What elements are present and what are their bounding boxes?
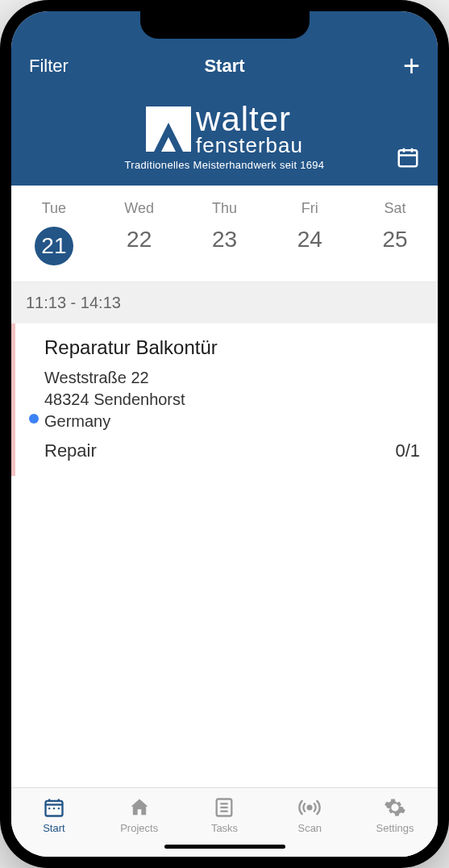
scan-icon <box>297 796 322 819</box>
appointment-progress: 0/1 <box>395 440 420 461</box>
date-strip: Tue 21 Wed 22 Thu 23 Fri 24 Sat 25 <box>11 186 438 282</box>
appointment-type: Repair <box>44 440 97 461</box>
logo-primary-text: walter <box>196 103 303 136</box>
add-button[interactable]: + <box>403 52 420 81</box>
tab-scan[interactable]: Scan <box>267 796 352 834</box>
calendar-button[interactable] <box>396 145 420 173</box>
status-dot-icon <box>29 414 39 424</box>
checklist-icon <box>212 796 236 819</box>
filter-button[interactable]: Filter <box>29 56 69 77</box>
date-day-label: Sat <box>352 200 438 217</box>
tab-label: Projects <box>97 822 182 834</box>
calendar-icon <box>396 145 420 169</box>
date-number: 22 <box>97 227 182 252</box>
svg-rect-0 <box>399 150 418 166</box>
tab-label: Tasks <box>182 822 268 834</box>
date-cell[interactable]: Wed 22 <box>97 200 182 265</box>
appointment-card[interactable]: Reparatur Balkontür Weststraße 22 48324 … <box>11 323 438 476</box>
logo-secondary-text: fensterbau <box>196 136 303 156</box>
tab-settings[interactable]: Settings <box>352 796 438 834</box>
gear-icon <box>383 796 407 819</box>
appointment-title: Reparatur Balkontür <box>44 336 420 359</box>
date-day-label: Wed <box>97 200 182 217</box>
tab-label: Settings <box>352 822 438 834</box>
date-day-label: Fri <box>267 200 352 217</box>
logo-tagline: Traditionelles Meisterhandwerk seit 1694 <box>11 159 438 171</box>
date-day-label: Tue <box>11 200 97 217</box>
house-icon <box>127 796 152 819</box>
tab-label: Start <box>11 822 97 834</box>
date-cell[interactable]: Sat 25 <box>352 200 438 265</box>
logo-mark-icon <box>146 106 191 152</box>
page-title: Start <box>204 56 244 77</box>
date-number: 21 <box>35 227 73 265</box>
home-indicator[interactable] <box>164 845 285 849</box>
appointment-address: Weststraße 22 48324 Sendenhorst Germany <box>44 367 420 432</box>
tab-label: Scan <box>267 822 352 834</box>
date-cell[interactable]: Tue 21 <box>11 200 97 265</box>
date-cell[interactable]: Thu 23 <box>182 200 268 265</box>
date-number: 25 <box>352 227 438 252</box>
svg-point-15 <box>308 806 312 810</box>
time-range-header: 11:13 - 14:13 <box>11 282 438 323</box>
date-cell[interactable]: Fri 24 <box>267 200 352 265</box>
tab-tasks[interactable]: Tasks <box>182 796 268 834</box>
calendar-icon <box>42 796 66 819</box>
date-number: 24 <box>267 227 352 252</box>
content-area <box>11 476 438 787</box>
date-day-label: Thu <box>182 200 268 217</box>
date-number: 23 <box>182 227 268 252</box>
tab-start[interactable]: Start <box>11 796 97 834</box>
brand-logo: walter fensterbau Traditionelles Meister… <box>11 90 438 186</box>
tab-projects[interactable]: Projects <box>97 796 182 834</box>
